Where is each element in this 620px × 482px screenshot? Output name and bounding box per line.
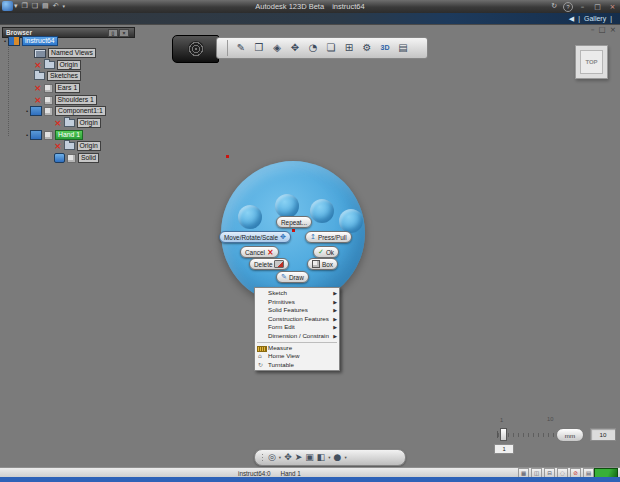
help-icon[interactable]: ? bbox=[563, 2, 573, 12]
app-window: ▾ ❐ ❏ ▤ ↶ ▾ Autodesk 123D Beta instruct6… bbox=[0, 0, 620, 482]
primitives-tool-icon[interactable]: ❒ bbox=[250, 38, 268, 58]
tree-item-named-views[interactable]: Named Views bbox=[34, 48, 96, 58]
tree-item-label[interactable]: Ears 1 bbox=[55, 83, 81, 93]
menu-item-home-view[interactable]: ⌂ Home View bbox=[255, 352, 339, 361]
menu-item-measure[interactable]: Measure bbox=[255, 344, 339, 353]
menu-item-primitives[interactable]: Primitives ▶ bbox=[255, 298, 339, 307]
view-cube-face-label[interactable]: TOP bbox=[580, 50, 603, 74]
model-bump[interactable] bbox=[275, 194, 299, 218]
slider-min-label: 1 bbox=[500, 417, 503, 423]
draw-button[interactable]: ✎ Draw bbox=[276, 271, 309, 283]
tree-item-label[interactable]: Sketches bbox=[47, 71, 81, 81]
doc-minimize-button[interactable]: – bbox=[591, 25, 595, 34]
display-style-caret-icon[interactable]: ▾ bbox=[344, 455, 346, 460]
cancel-x-icon: × bbox=[267, 248, 274, 257]
orbit-icon[interactable]: ◎ bbox=[268, 450, 276, 465]
maximize-button[interactable]: □ bbox=[592, 3, 603, 11]
unit-button[interactable]: mm bbox=[556, 428, 584, 442]
box-button[interactable]: Box bbox=[307, 258, 338, 270]
browser-close-button[interactable]: × bbox=[119, 29, 129, 37]
gears-tool-icon[interactable]: ⚙ bbox=[358, 38, 376, 58]
menu-item-construction-features[interactable]: Construction Features ▶ bbox=[255, 315, 339, 324]
tree-item-hand[interactable]: • Hand 1 bbox=[26, 130, 83, 140]
minimize-button[interactable]: – bbox=[577, 3, 588, 11]
gallery-back-icon[interactable]: ◀ bbox=[569, 15, 574, 23]
view-cube-caret-icon[interactable]: ▾ bbox=[328, 455, 330, 460]
tree-item-label[interactable]: Origin bbox=[77, 118, 101, 128]
tree-item-label[interactable]: Origin bbox=[57, 60, 81, 70]
hidden-icon[interactable]: × bbox=[34, 61, 42, 70]
tree-item-sketches[interactable]: Sketches bbox=[34, 71, 81, 81]
tree-item-origin-3[interactable]: × Origin bbox=[54, 141, 101, 151]
fit-view-icon[interactable]: ▣ bbox=[305, 450, 314, 465]
ok-button[interactable]: ✓ Ok bbox=[313, 246, 339, 258]
menu-item-sketch[interactable]: Sketch ▶ bbox=[255, 289, 339, 298]
doc-restore-button[interactable]: □ bbox=[599, 25, 606, 34]
tree-item-solid[interactable]: Solid bbox=[54, 153, 99, 163]
tree-item-origin-1[interactable]: × Origin bbox=[34, 60, 81, 70]
tab-gallery[interactable]: Gallery bbox=[584, 15, 606, 22]
close-button[interactable]: × bbox=[607, 3, 618, 11]
display-style-icon[interactable]: ● bbox=[334, 450, 342, 465]
orbit-caret-icon[interactable]: ▾ bbox=[279, 455, 281, 460]
submenu-arrow-icon: ▶ bbox=[333, 332, 337, 341]
assembly-icon bbox=[8, 36, 20, 46]
export-3d-tool-icon[interactable]: 3D bbox=[376, 38, 394, 58]
snapshot-tool-icon[interactable]: ▤ bbox=[394, 38, 412, 58]
expand-bullet-icon[interactable]: • bbox=[4, 36, 6, 46]
delete-button[interactable]: Delete bbox=[249, 258, 289, 270]
main-menu-tab[interactable] bbox=[172, 35, 219, 63]
navbar-grip-handle[interactable] bbox=[261, 453, 265, 463]
tree-item-component1[interactable]: • Component1:1 bbox=[26, 106, 106, 116]
menu-item-turntable[interactable]: ↻ Turntable bbox=[255, 361, 339, 370]
box-label: Box bbox=[322, 261, 333, 268]
tree-item-origin-2[interactable]: × Origin bbox=[54, 118, 101, 128]
expand-bullet-icon[interactable]: • bbox=[26, 106, 28, 116]
select-icon[interactable]: ➤ bbox=[295, 450, 303, 465]
tree-item-label[interactable]: Origin bbox=[77, 141, 101, 151]
model-bump[interactable] bbox=[310, 199, 334, 223]
tree-item-shoulders[interactable]: × Shoulders 1 bbox=[34, 95, 97, 105]
tree-item-ears[interactable]: × Ears 1 bbox=[34, 83, 80, 93]
press-pull-button[interactable]: ↥ Press/Pull bbox=[305, 231, 352, 243]
sketch-tool-icon[interactable]: ✎ bbox=[232, 38, 250, 58]
menu-item-dimension-constrain[interactable]: Dimension / Constrain ▶ bbox=[255, 332, 339, 341]
status-selection-label: Hand 1 bbox=[281, 470, 301, 477]
tree-item-label[interactable]: Shoulders 1 bbox=[55, 95, 97, 105]
repeat-button[interactable]: Repeat... bbox=[276, 216, 312, 228]
combine-tool-icon[interactable]: ❏ bbox=[322, 38, 340, 58]
menu-item-form-edit[interactable]: Form Edit ▶ bbox=[255, 323, 339, 332]
move-rotate-scale-button[interactable]: Move/Rotate/Scale ✥ bbox=[219, 231, 291, 243]
hidden-icon[interactable]: × bbox=[54, 142, 62, 151]
sync-icon[interactable]: ↻ bbox=[551, 0, 557, 13]
tree-item-label[interactable]: Solid bbox=[78, 153, 99, 163]
tree-item-instruct64[interactable]: • instruct64 bbox=[4, 36, 58, 46]
pan-icon[interactable]: ✥ bbox=[284, 450, 292, 465]
cancel-button[interactable]: Cancel × bbox=[240, 246, 279, 258]
doc-close-button[interactable]: × bbox=[610, 25, 616, 34]
folder-icon bbox=[64, 119, 75, 127]
grid-size-field[interactable]: 10 bbox=[590, 428, 616, 441]
hidden-icon[interactable]: × bbox=[34, 96, 42, 105]
submenu-arrow-icon: ▶ bbox=[333, 298, 337, 307]
model-bump[interactable] bbox=[339, 209, 363, 233]
title-bar: ▾ ❐ ❏ ▤ ↶ ▾ Autodesk 123D Beta instruct6… bbox=[0, 0, 620, 14]
snap-slider-handle[interactable] bbox=[500, 428, 507, 441]
model-bump[interactable] bbox=[238, 205, 262, 229]
tree-item-label[interactable]: Component1:1 bbox=[55, 106, 106, 116]
tree-item-label[interactable]: instruct64 bbox=[22, 36, 57, 46]
view-cube[interactable]: TOP bbox=[575, 45, 608, 79]
browser-float-button[interactable]: ▯ bbox=[108, 29, 118, 37]
hidden-icon[interactable]: × bbox=[34, 84, 42, 93]
hidden-icon[interactable]: × bbox=[54, 119, 62, 128]
tree-item-label[interactable]: Hand 1 bbox=[55, 130, 83, 140]
view-cube-icon[interactable]: ◧ bbox=[317, 450, 326, 465]
menu-item-solid-features[interactable]: Solid Features ▶ bbox=[255, 306, 339, 315]
move-tool-icon[interactable]: ✥ bbox=[286, 38, 304, 58]
move-rotate-scale-label: Move/Rotate/Scale bbox=[224, 234, 278, 241]
view-tool-icon[interactable]: ◔ bbox=[304, 38, 322, 58]
tree-item-label[interactable]: Named Views bbox=[48, 48, 96, 58]
pattern-tool-icon[interactable]: ⊞ bbox=[340, 38, 358, 58]
sculpt-tool-icon[interactable]: ◈ bbox=[268, 38, 286, 58]
expand-bullet-icon[interactable]: • bbox=[26, 130, 28, 140]
